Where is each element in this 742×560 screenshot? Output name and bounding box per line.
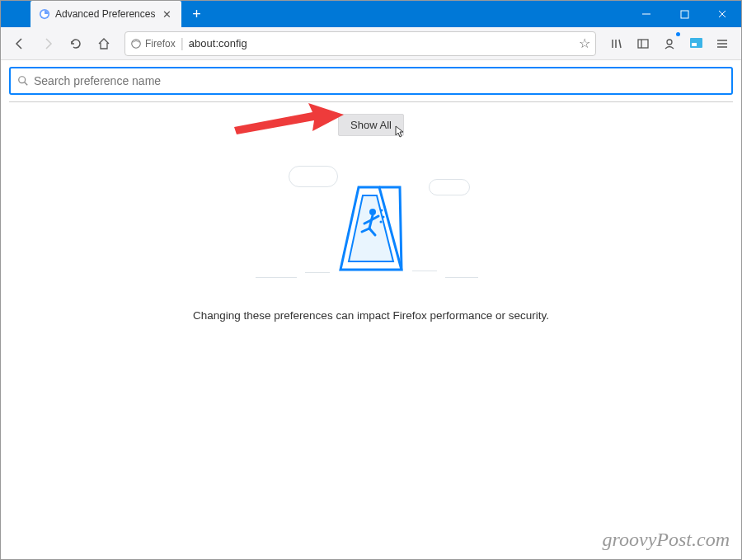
- caution-illustration: [256, 156, 486, 288]
- url-bar[interactable]: Firefox | ☆: [124, 31, 596, 56]
- account-button[interactable]: [657, 31, 682, 56]
- tab-advanced-preferences[interactable]: Advanced Preferences ✕: [31, 1, 181, 27]
- svg-line-9: [619, 40, 621, 48]
- reload-button[interactable]: [63, 31, 88, 56]
- watermark: groovyPost.com: [603, 529, 730, 551]
- svg-point-27: [380, 221, 383, 224]
- home-button[interactable]: [92, 31, 116, 56]
- svg-point-28: [383, 216, 385, 219]
- search-icon: [17, 75, 29, 87]
- url-input[interactable]: [189, 37, 574, 49]
- identity-label: Firefox: [145, 38, 176, 49]
- title-bar: Advanced Preferences ✕ +: [1, 1, 741, 27]
- nav-toolbar: Firefox | ☆: [1, 27, 741, 60]
- menu-button[interactable]: [710, 31, 735, 56]
- tab-close-icon[interactable]: ✕: [160, 8, 173, 21]
- bookmark-star-icon[interactable]: ☆: [579, 35, 590, 51]
- svg-point-26: [381, 209, 383, 212]
- caution-sign-icon: [334, 181, 416, 280]
- preference-search-box[interactable]: [9, 67, 733, 95]
- tab-label: Advanced Preferences: [55, 8, 155, 20]
- cursor-icon: [395, 125, 406, 139]
- divider: [9, 101, 733, 102]
- svg-line-19: [25, 82, 28, 86]
- library-button[interactable]: [604, 31, 629, 56]
- show-all-label: Show All: [350, 119, 392, 131]
- page-content: Show All: [1, 60, 741, 328]
- identity-box[interactable]: Firefox: [130, 38, 176, 49]
- svg-point-12: [667, 40, 672, 45]
- maximize-button[interactable]: [665, 1, 703, 27]
- back-button[interactable]: [7, 31, 32, 56]
- tab-strip: Advanced Preferences ✕ +: [1, 1, 627, 27]
- svg-rect-10: [638, 40, 648, 48]
- show-all-button[interactable]: Show All: [338, 114, 404, 136]
- firefox-brand-icon: [130, 38, 142, 49]
- firefox-favicon-icon: [39, 8, 50, 20]
- svg-rect-14: [692, 43, 697, 46]
- minimize-button[interactable]: [627, 1, 665, 27]
- svg-rect-3: [681, 11, 688, 18]
- forward-button[interactable]: [35, 31, 60, 56]
- annotation-arrow-icon: [230, 98, 345, 139]
- new-tab-button[interactable]: +: [185, 1, 208, 27]
- svg-point-18: [19, 77, 26, 83]
- preference-search-input[interactable]: [34, 74, 725, 87]
- warning-text: Changing these preferences can impact Fi…: [193, 309, 549, 322]
- close-window-button[interactable]: [703, 1, 741, 27]
- extension-button[interactable]: [683, 31, 708, 56]
- sidebar-button[interactable]: [631, 31, 655, 56]
- window-controls: [627, 1, 741, 27]
